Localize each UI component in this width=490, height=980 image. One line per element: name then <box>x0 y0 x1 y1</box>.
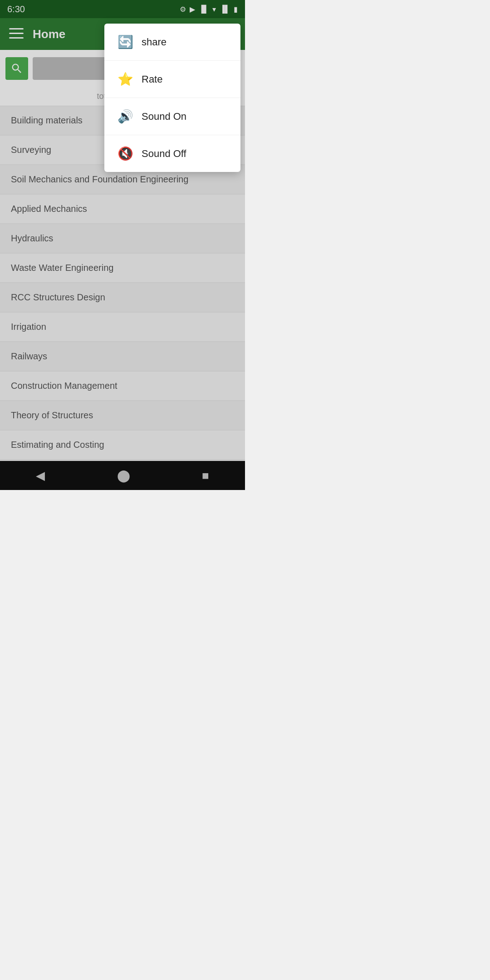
dropdown-item-share[interactable]: 🔄share <box>104 24 240 61</box>
dropdown-item-sound-on[interactable]: 🔊Sound On <box>104 98 240 135</box>
dropdown-item-label: Rate <box>142 74 162 85</box>
share-icon: 🔄 <box>117 34 133 49</box>
dropdown-item-label: Sound Off <box>142 148 186 160</box>
dropdown-item-rate[interactable]: ⭐Rate <box>104 61 240 98</box>
dropdown-item-label: share <box>142 36 167 48</box>
dropdown-item-label: Sound On <box>142 111 186 122</box>
sound-on-icon: 🔊 <box>117 109 133 124</box>
rate-icon: ⭐ <box>117 72 133 87</box>
sound-off-icon: 🔇 <box>117 146 133 161</box>
dropdown-item-sound-off[interactable]: 🔇Sound Off <box>104 135 240 172</box>
dropdown-menu: 🔄share⭐Rate🔊Sound On🔇Sound Off <box>104 24 240 172</box>
